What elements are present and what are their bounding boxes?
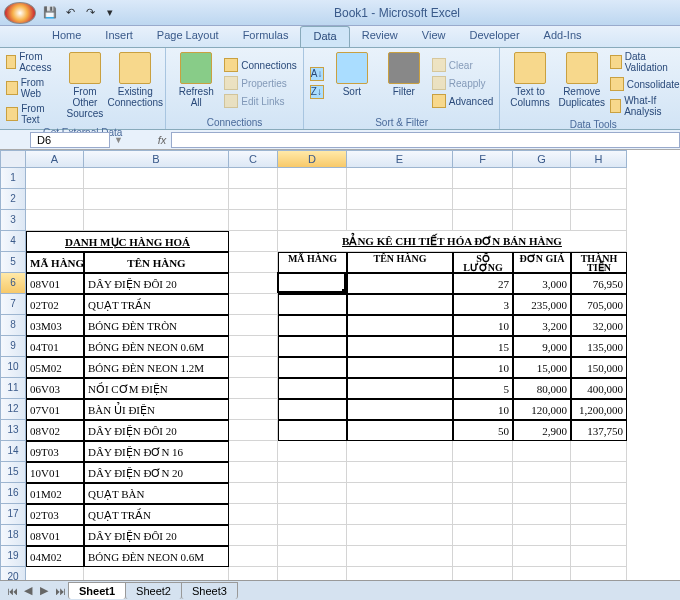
cell[interactable]	[229, 546, 278, 567]
cell[interactable]: DÂY ĐIỆN ĐÔI 20	[84, 273, 229, 294]
tab-view[interactable]: View	[410, 26, 458, 47]
cell[interactable]: 32,000	[571, 315, 627, 336]
cell[interactable]	[26, 210, 84, 231]
row-header[interactable]: 2	[0, 189, 26, 210]
row-header[interactable]: 4	[0, 231, 26, 252]
cell[interactable]	[278, 336, 347, 357]
cell[interactable]	[229, 378, 278, 399]
sheet-tab[interactable]: Sheet3	[181, 582, 238, 599]
cell[interactable]	[229, 441, 278, 462]
cell[interactable]	[26, 168, 84, 189]
cell[interactable]	[347, 504, 453, 525]
cell[interactable]	[229, 399, 278, 420]
edit-links-button[interactable]: Edit Links	[224, 93, 297, 109]
column-header[interactable]: H	[571, 150, 627, 168]
cell[interactable]	[513, 483, 571, 504]
cell[interactable]: 3	[453, 294, 513, 315]
cell[interactable]: MÃ HÀNG	[278, 252, 347, 273]
cell[interactable]	[278, 378, 347, 399]
cell[interactable]: 80,000	[513, 378, 571, 399]
cell[interactable]	[278, 294, 347, 315]
cell[interactable]: 06V03	[26, 378, 84, 399]
cell[interactable]	[229, 231, 278, 252]
cell[interactable]: 15,000	[513, 357, 571, 378]
cell[interactable]	[347, 567, 453, 580]
cell[interactable]: BÓNG ĐÈN TRÒN	[84, 315, 229, 336]
advanced-button[interactable]: Advanced	[432, 93, 493, 109]
cell[interactable]: DÂY ĐIỆN ĐƠN 16	[84, 441, 229, 462]
remove-duplicates-button[interactable]: Remove Duplicates	[558, 50, 606, 118]
cell[interactable]	[229, 210, 278, 231]
cell[interactable]	[513, 189, 571, 210]
namebox-dropdown-icon[interactable]: ▼	[114, 135, 123, 145]
cell[interactable]	[347, 399, 453, 420]
cell[interactable]	[278, 357, 347, 378]
cell[interactable]: 3,200	[513, 315, 571, 336]
cell[interactable]: 2,900	[513, 420, 571, 441]
cell[interactable]	[571, 525, 627, 546]
cell[interactable]: 235,000	[513, 294, 571, 315]
cell[interactable]	[229, 567, 278, 580]
row-header[interactable]: 7	[0, 294, 26, 315]
cell[interactable]: 9,000	[513, 336, 571, 357]
undo-icon[interactable]: ↶	[62, 5, 78, 21]
cell[interactable]	[453, 462, 513, 483]
cell[interactable]: NỒI CƠM ĐIỆN	[84, 378, 229, 399]
sheet-tab[interactable]: Sheet2	[125, 582, 182, 599]
cell[interactable]	[347, 420, 453, 441]
tab-developer[interactable]: Developer	[457, 26, 531, 47]
cell[interactable]: 27	[453, 273, 513, 294]
cell[interactable]	[278, 315, 347, 336]
cell[interactable]	[347, 315, 453, 336]
row-header[interactable]: 5	[0, 252, 26, 273]
tab-formulas[interactable]: Formulas	[231, 26, 301, 47]
cell[interactable]	[453, 525, 513, 546]
from-access-button[interactable]: From Access	[6, 50, 59, 74]
row-header[interactable]: 14	[0, 441, 26, 462]
cell[interactable]	[453, 483, 513, 504]
cell[interactable]: 135,000	[571, 336, 627, 357]
cell[interactable]	[513, 210, 571, 231]
cell[interactable]	[278, 189, 347, 210]
cell[interactable]	[571, 189, 627, 210]
cell[interactable]	[84, 168, 229, 189]
cell[interactable]	[229, 273, 278, 294]
cell[interactable]	[513, 567, 571, 580]
properties-button[interactable]: Properties	[224, 75, 297, 91]
cell[interactable]: 76,950	[571, 273, 627, 294]
cell[interactable]	[347, 546, 453, 567]
cell[interactable]: 3,000	[513, 273, 571, 294]
cell[interactable]: BÓNG ĐÈN NEON 0.6M	[84, 546, 229, 567]
cell[interactable]	[278, 462, 347, 483]
cell[interactable]	[347, 357, 453, 378]
cell[interactable]: 10	[453, 357, 513, 378]
cell[interactable]: 03M03	[26, 315, 84, 336]
tab-insert[interactable]: Insert	[93, 26, 145, 47]
column-header[interactable]: B	[84, 150, 229, 168]
cell[interactable]	[347, 441, 453, 462]
column-header[interactable]: E	[347, 150, 453, 168]
spreadsheet-grid[interactable]: ABCDEFGH 1234567891011121314151617181920…	[0, 150, 680, 580]
cell[interactable]: 15	[453, 336, 513, 357]
office-button[interactable]	[4, 2, 36, 24]
existing-connections-button[interactable]: Existing Connections	[111, 50, 159, 126]
cell[interactable]: 10	[453, 315, 513, 336]
cell[interactable]	[84, 210, 229, 231]
cell[interactable]	[571, 483, 627, 504]
cell[interactable]	[513, 546, 571, 567]
select-all-corner[interactable]	[0, 150, 26, 168]
cell[interactable]	[229, 252, 278, 273]
cell[interactable]: DÂY ĐIỆN ĐÔI 20	[84, 525, 229, 546]
cell[interactable]: 120,000	[513, 399, 571, 420]
cell[interactable]	[347, 210, 453, 231]
cell[interactable]	[453, 567, 513, 580]
cell[interactable]	[229, 420, 278, 441]
row-header[interactable]: 16	[0, 483, 26, 504]
sheet-tab[interactable]: Sheet1	[68, 582, 126, 599]
cell[interactable]	[347, 483, 453, 504]
connections-button[interactable]: Connections	[224, 57, 297, 73]
tab-data[interactable]: Data	[300, 26, 349, 47]
row-header[interactable]: 18	[0, 525, 26, 546]
row-header[interactable]: 19	[0, 546, 26, 567]
cell[interactable]	[453, 546, 513, 567]
